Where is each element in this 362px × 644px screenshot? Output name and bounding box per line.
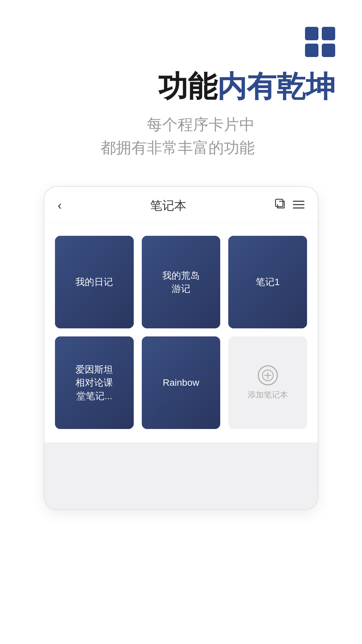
title-blue: 内有乾坤 — [217, 70, 335, 103]
grid-cell-2 — [322, 27, 335, 40]
title-black: 功能 — [158, 70, 217, 103]
grid-cell-4 — [322, 44, 335, 57]
subtitle-line1: 每个程序卡片中 — [101, 113, 255, 136]
notebook-card-4[interactable]: 爱因斯坦相对论课堂笔记... — [55, 336, 134, 429]
notebook-grid: 我的日记 我的荒岛游记 笔记1 爱因斯坦相对论课堂笔记... Rainbow — [44, 222, 318, 442]
add-icon-circle — [258, 365, 278, 385]
subtitle-area: 每个程序卡片中 都拥有非常丰富的功能 — [101, 113, 261, 159]
notebook-label-4: 爱因斯坦相对论课堂笔记... — [72, 360, 116, 406]
app-title: 笔记本 — [150, 198, 186, 214]
notebook-card-5[interactable]: Rainbow — [142, 336, 221, 429]
page-wrapper: 功能内有乾坤 每个程序卡片中 都拥有非常丰富的功能 ‹ 笔记本 — [0, 0, 362, 644]
notebook-label-5: Rainbow — [160, 373, 203, 392]
back-button[interactable]: ‹ — [58, 199, 62, 213]
grid-cell-1 — [305, 27, 318, 40]
notebook-label-2: 我的荒岛游记 — [159, 266, 203, 299]
notebook-card-1[interactable]: 我的日记 — [55, 236, 134, 328]
grid-cell-3 — [305, 44, 318, 57]
notebook-card-3[interactable]: 笔记1 — [228, 236, 307, 328]
notebook-card-2[interactable]: 我的荒岛游记 — [142, 236, 221, 328]
subtitle-line2: 都拥有非常丰富的功能 — [101, 136, 255, 159]
app-header: ‹ 笔记本 — [44, 187, 318, 222]
phone-mockup-container: ‹ 笔记本 — [20, 186, 342, 510]
grid-icon — [305, 27, 335, 57]
add-notebook-card[interactable]: 添加笔记本 — [228, 336, 307, 429]
title-area: 功能内有乾坤 — [20, 70, 342, 103]
notebook-label-1: 我的日记 — [72, 272, 116, 292]
notebook-label-3: 笔记1 — [252, 272, 283, 292]
export-icon[interactable] — [275, 199, 286, 213]
add-notebook-label: 添加笔记本 — [248, 389, 288, 400]
top-icon-area — [20, 0, 342, 57]
main-title: 功能内有乾坤 — [20, 70, 335, 103]
header-icons — [275, 199, 304, 213]
menu-icon[interactable] — [293, 200, 304, 212]
phone-mockup: ‹ 笔记本 — [44, 186, 318, 510]
svg-rect-0 — [276, 199, 283, 207]
phone-bottom — [44, 442, 318, 509]
